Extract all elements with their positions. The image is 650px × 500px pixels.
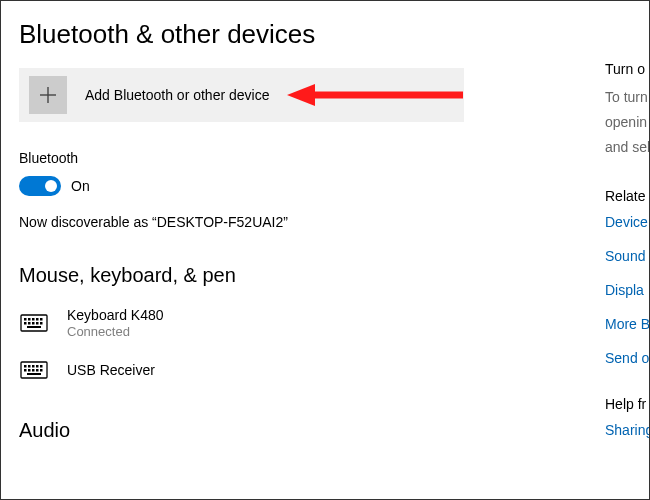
side-link[interactable]: Displa	[605, 282, 650, 298]
bluetooth-label: Bluetooth	[19, 150, 586, 166]
keyboard-icon	[19, 361, 49, 379]
side-link[interactable]: More B	[605, 316, 650, 332]
svg-rect-13	[27, 326, 41, 328]
side-text: To turn	[605, 87, 650, 108]
side-link[interactable]: Sharing	[605, 422, 650, 438]
device-name: Keyboard K480	[67, 307, 164, 323]
device-item[interactable]: Keyboard K480 Connected	[19, 301, 586, 345]
svg-rect-7	[40, 318, 43, 321]
side-link[interactable]: Sound	[605, 248, 650, 264]
discoverable-text: Now discoverable as “DESKTOP-F52UAI2”	[19, 214, 586, 230]
side-link[interactable]: Device	[605, 214, 650, 230]
svg-rect-6	[36, 318, 39, 321]
side-heading: Relate	[605, 188, 650, 204]
keyboard-icon	[19, 314, 49, 332]
side-heading: Turn o	[605, 61, 650, 77]
add-device-label: Add Bluetooth or other device	[85, 87, 269, 103]
side-link[interactable]: Send o	[605, 350, 650, 366]
category-heading-audio: Audio	[19, 419, 586, 442]
sidebar-right: Turn o To turn openin and sel Relate Dev…	[605, 61, 650, 468]
svg-rect-10	[32, 322, 35, 325]
side-heading: Help fr	[605, 396, 650, 412]
page-title: Bluetooth & other devices	[19, 19, 586, 50]
svg-rect-17	[32, 365, 35, 368]
svg-rect-20	[24, 369, 27, 372]
bluetooth-toggle[interactable]	[19, 176, 61, 196]
side-text: openin	[605, 112, 650, 133]
category-heading-input: Mouse, keyboard, & pen	[19, 264, 586, 287]
svg-rect-19	[40, 365, 43, 368]
svg-rect-4	[28, 318, 31, 321]
svg-rect-11	[36, 322, 39, 325]
svg-rect-21	[28, 369, 31, 372]
device-status: Connected	[67, 324, 164, 339]
device-name: USB Receiver	[67, 362, 155, 378]
svg-rect-25	[27, 373, 41, 375]
svg-rect-5	[32, 318, 35, 321]
svg-rect-15	[24, 365, 27, 368]
plus-icon	[29, 76, 67, 114]
svg-rect-12	[40, 322, 43, 325]
bluetooth-toggle-state: On	[71, 178, 90, 194]
svg-rect-22	[32, 369, 35, 372]
svg-rect-16	[28, 365, 31, 368]
side-text: and sel	[605, 137, 650, 158]
svg-rect-18	[36, 365, 39, 368]
device-item[interactable]: USB Receiver	[19, 355, 586, 385]
svg-rect-3	[24, 318, 27, 321]
svg-rect-9	[28, 322, 31, 325]
svg-rect-24	[40, 369, 43, 372]
svg-rect-8	[24, 322, 27, 325]
svg-rect-23	[36, 369, 39, 372]
add-device-button[interactable]: Add Bluetooth or other device	[19, 68, 464, 122]
